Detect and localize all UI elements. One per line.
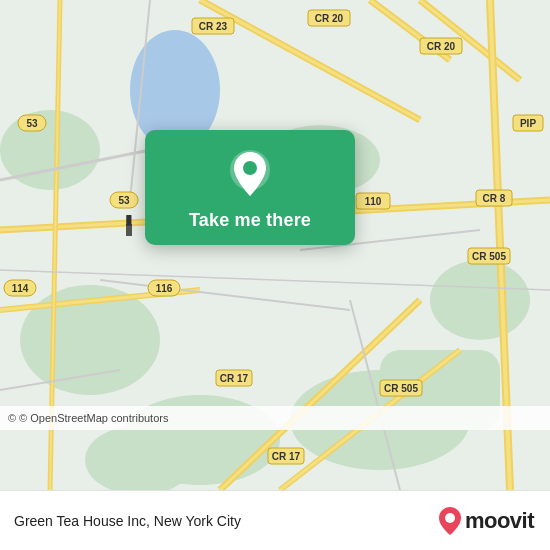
- svg-text:CR 20: CR 20: [315, 13, 344, 24]
- moovit-wordmark: moovit: [465, 508, 534, 534]
- attribution-bar: © © OpenStreetMap contributors: [0, 406, 550, 430]
- moovit-logo: moovit: [439, 507, 534, 535]
- moovit-pin-icon: [439, 507, 461, 535]
- svg-text:▮: ▮: [125, 211, 133, 227]
- svg-text:CR 17: CR 17: [272, 451, 301, 462]
- svg-text:110: 110: [365, 196, 382, 207]
- copyright-icon: ©: [8, 412, 16, 424]
- map-container: CR 23 CR 20 CR 20 53 53 110 PIP CR 8 CR …: [0, 0, 550, 490]
- svg-text:PIP: PIP: [520, 118, 536, 129]
- svg-point-3: [430, 260, 530, 340]
- svg-point-66: [243, 161, 257, 175]
- svg-text:53: 53: [26, 118, 38, 129]
- attribution-text: © OpenStreetMap contributors: [19, 412, 168, 424]
- popup-card: Take me there: [145, 130, 355, 245]
- footer: Green Tea House Inc, New York City moovi…: [0, 490, 550, 550]
- svg-text:CR 20: CR 20: [427, 41, 456, 52]
- location-pin-icon: [224, 148, 276, 200]
- svg-text:53: 53: [118, 195, 130, 206]
- svg-text:CR 505: CR 505: [384, 383, 418, 394]
- svg-text:CR 505: CR 505: [472, 251, 506, 262]
- svg-text:116: 116: [156, 283, 173, 294]
- take-me-there-button[interactable]: Take me there: [189, 210, 311, 231]
- svg-text:114: 114: [12, 283, 29, 294]
- svg-text:CR 17: CR 17: [220, 373, 249, 384]
- svg-point-67: [445, 513, 455, 523]
- svg-text:CR 23: CR 23: [199, 21, 228, 32]
- svg-text:CR 8: CR 8: [483, 193, 506, 204]
- place-name: Green Tea House Inc, New York City: [14, 513, 241, 529]
